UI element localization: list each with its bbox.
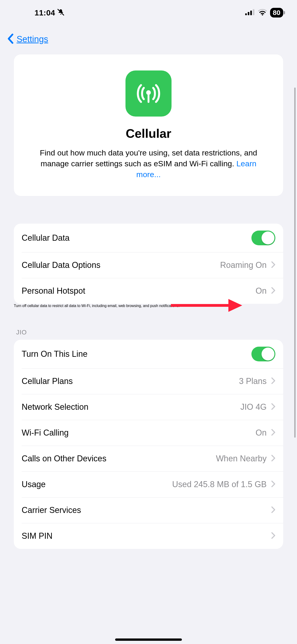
chevron-right-icon	[271, 429, 275, 437]
nav-bar: Settings	[0, 25, 297, 53]
row-cellular-data-options[interactable]: Cellular Data Options Roaming On	[22, 252, 283, 278]
chevron-right-icon	[271, 455, 275, 462]
chevron-right-icon	[271, 261, 275, 269]
battery-indicator: 80	[270, 8, 283, 18]
row-label: Wi-Fi Calling	[22, 428, 68, 438]
row-wifi-calling[interactable]: Wi-Fi Calling On	[22, 420, 283, 446]
chevron-right-icon	[271, 532, 275, 540]
row-carrier-services[interactable]: Carrier Services	[22, 497, 283, 523]
back-button[interactable]: Settings	[7, 34, 48, 45]
hero-description-text: Find out how much data you're using, set…	[40, 148, 257, 168]
row-value: When Nearby	[216, 454, 266, 464]
battery-percent: 80	[273, 9, 280, 16]
svg-rect-1	[248, 12, 249, 15]
scroll-indicator[interactable]	[294, 88, 296, 438]
chevron-left-icon	[7, 34, 14, 45]
wifi-icon	[258, 9, 267, 16]
row-label: Cellular Data	[22, 233, 70, 243]
row-value: On	[256, 286, 266, 296]
chevron-right-icon	[271, 506, 275, 514]
row-value: Used 245.8 MB of 1.5 GB	[172, 480, 266, 489]
row-label: Usage	[22, 480, 46, 489]
row-calls-on-other-devices[interactable]: Calls on Other Devices When Nearby	[22, 446, 283, 472]
svg-rect-0	[245, 13, 247, 15]
hero-card: Cellular Find out how much data you're u…	[14, 54, 283, 196]
row-label: Network Selection	[22, 402, 88, 412]
row-network-selection[interactable]: Network Selection JIO 4G	[22, 394, 283, 420]
group-footer: Turn off cellular data to restrict all d…	[14, 304, 283, 308]
chevron-right-icon	[271, 377, 275, 385]
cellular-settings-group: Cellular Data Cellular Data Options Roam…	[14, 224, 283, 304]
row-sim-pin[interactable]: SIM PIN	[22, 523, 283, 549]
row-label: Turn On This Line	[22, 349, 88, 359]
cellular-data-toggle[interactable]	[252, 230, 275, 245]
line-toggle[interactable]	[252, 347, 275, 362]
cellular-signal-icon	[245, 9, 255, 16]
row-cellular-plans[interactable]: Cellular Plans 3 Plans	[22, 368, 283, 394]
row-value: JIO 4G	[240, 402, 266, 412]
row-value: Roaming On	[220, 260, 266, 270]
row-label: Calls on Other Devices	[22, 454, 106, 464]
row-value: 3 Plans	[239, 376, 266, 386]
status-time: 11:04	[34, 8, 55, 17]
row-label: Cellular Plans	[22, 376, 73, 386]
svg-rect-6	[148, 92, 150, 103]
row-label: Cellular Data Options	[22, 260, 100, 270]
chevron-right-icon	[271, 480, 275, 488]
back-label: Settings	[16, 34, 48, 44]
svg-rect-2	[250, 10, 252, 15]
svg-rect-3	[253, 9, 254, 15]
row-usage[interactable]: Usage Used 245.8 MB of 1.5 GB	[22, 472, 283, 497]
silent-icon	[57, 8, 65, 17]
chevron-right-icon	[271, 287, 275, 295]
row-cellular-data[interactable]: Cellular Data	[14, 224, 283, 252]
row-label: SIM PIN	[22, 531, 52, 541]
row-label: Carrier Services	[22, 505, 81, 515]
home-indicator[interactable]	[115, 638, 182, 641]
row-personal-hotspot[interactable]: Personal Hotspot On	[22, 278, 283, 304]
row-label: Personal Hotspot	[22, 286, 85, 296]
cellular-hero-icon	[126, 70, 172, 116]
section-header-carrier: JIO	[14, 329, 283, 340]
status-bar: 11:04 80	[0, 0, 297, 25]
hero-description: Find out how much data you're using, set…	[25, 148, 272, 180]
chevron-right-icon	[271, 403, 275, 411]
page-title: Cellular	[25, 126, 272, 140]
carrier-settings-group: Turn On This Line Cellular Plans 3 Plans…	[14, 340, 283, 549]
row-value: On	[256, 428, 266, 438]
svg-point-4	[262, 14, 263, 16]
row-turn-on-this-line[interactable]: Turn On This Line	[14, 340, 283, 368]
